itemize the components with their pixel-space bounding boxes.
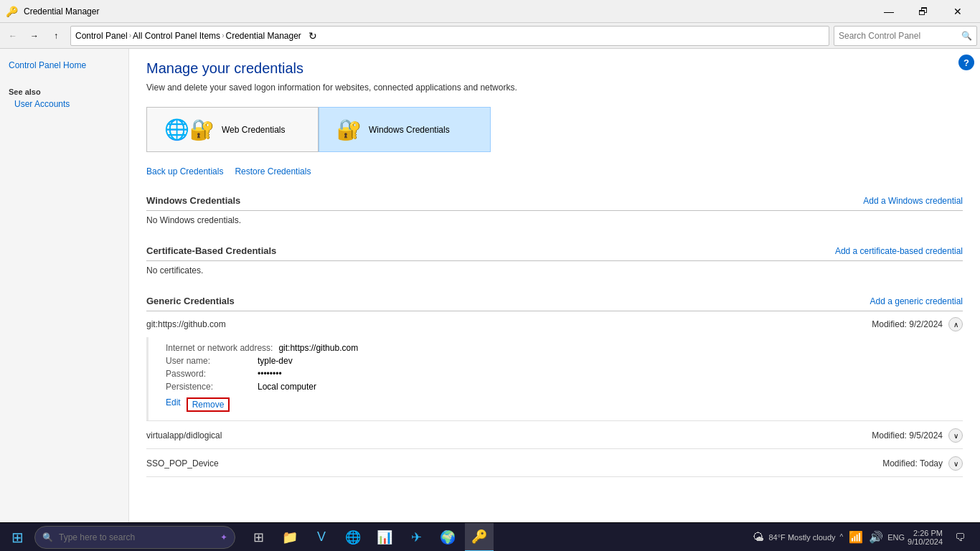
detail-label-internet: Internet or network address: — [166, 343, 273, 353]
language-indicator[interactable]: ENG — [887, 533, 905, 542]
back-button[interactable]: ← — [3, 26, 23, 46]
weather-text: 84°F Mostly cloudy — [768, 533, 835, 542]
add-generic-credential-link[interactable]: Add a generic credential — [870, 296, 963, 306]
restore-credentials-link[interactable]: Restore Credentials — [235, 166, 311, 176]
title-bar-icon: 🔑 — [6, 6, 18, 17]
title-bar-controls: — 🗗 ✕ — [872, 0, 974, 23]
detail-row-persistence: Persistence: Local computer — [166, 382, 951, 392]
task-view-button[interactable]: ⊞ — [244, 523, 273, 552]
volume-icon[interactable]: 🔊 — [867, 529, 885, 545]
file-explorer-button[interactable]: 📁 — [275, 523, 304, 552]
chrome-button[interactable]: 🌐 — [339, 523, 367, 552]
start-button[interactable]: ⊞ — [3, 523, 32, 552]
credential-app-button[interactable]: 🔑 — [465, 523, 494, 552]
credential-item-header-github[interactable]: git:https://github.com Modified: 9/2/202… — [146, 311, 963, 337]
taskbar: ⊞ 🔍 ✦ ⊞ 📁 V 🌐 📊 ✈ 🌍 🔑 🌤 84°F Mostly clou… — [0, 522, 980, 551]
detail-value-username: typle-dev — [258, 356, 293, 366]
detail-label-password: Password: — [166, 369, 252, 379]
user-accounts-link[interactable]: User Accounts — [14, 99, 120, 109]
breadcrumb-sep-1: › — [129, 32, 131, 39]
search-box[interactable]: 🔍 — [834, 26, 977, 46]
certificate-credentials-header: Certificate-Based Credentials Add a cert… — [146, 241, 963, 261]
collapse-button-github[interactable]: ∧ — [948, 317, 963, 331]
credential-type-selector: 🌐🔐 Web Credentials 🔐 Windows Credentials — [146, 107, 963, 152]
breadcrumb-all-items[interactable]: All Control Panel Items — [133, 31, 220, 41]
web-credentials-label: Web Credentials — [222, 125, 286, 135]
control-panel-home-link[interactable]: Control Panel Home — [9, 60, 120, 70]
title-bar: 🔑 Credential Manager — 🗗 ✕ — [0, 0, 980, 23]
help-button[interactable]: ? — [958, 55, 974, 70]
weather-icon[interactable]: 🌤 — [751, 529, 765, 545]
network-icon[interactable]: 📶 — [847, 529, 864, 545]
address-bar[interactable]: Control Panel › All Control Panel Items … — [70, 26, 829, 46]
telegram-button[interactable]: ✈ — [402, 523, 430, 552]
taskbar-search-input[interactable] — [59, 532, 215, 542]
web-credentials-button[interactable]: 🌐🔐 Web Credentials — [146, 107, 319, 152]
forward-button[interactable]: → — [24, 26, 44, 46]
start-icon: ⊞ — [11, 529, 24, 546]
see-also-label: See also — [9, 88, 120, 96]
windows-credentials-header: Windows Credentials Add a Windows creden… — [146, 191, 963, 211]
generic-credentials-header: Generic Credentials Add a generic creden… — [146, 291, 963, 311]
detail-label-persistence: Persistence: — [166, 382, 252, 392]
taskbar-search[interactable]: 🔍 ✦ — [34, 526, 235, 549]
notification-button[interactable]: 🗨 — [946, 523, 974, 552]
time: 2:26 PM — [908, 529, 943, 537]
edge-button[interactable]: 🌍 — [433, 523, 462, 552]
detail-value-password: •••••••• — [258, 369, 282, 379]
windows-credentials-button[interactable]: 🔐 Windows Credentials — [319, 107, 491, 152]
edit-link-github[interactable]: Edit — [166, 397, 181, 412]
certificate-credentials-section: Certificate-Based Credentials Add a cert… — [146, 241, 963, 280]
windows-credentials-empty: No Windows credentials. — [146, 211, 963, 230]
credential-item-header-virtualapp[interactable]: virtualapp/didlogical Modified: 9/5/2024… — [146, 423, 963, 448]
credential-meta-virtualapp: Modified: 9/5/2024 ∨ — [872, 428, 963, 443]
credential-details-github: Internet or network address: git:https:/… — [146, 337, 963, 420]
graph-button[interactable]: 📊 — [370, 523, 399, 552]
chevron-up-icon[interactable]: ^ — [839, 532, 845, 542]
credential-meta-github: Modified: 9/2/2024 ∧ — [872, 317, 963, 331]
clock[interactable]: 2:26 PM 9/10/2024 — [908, 529, 943, 546]
search-input[interactable] — [839, 31, 958, 41]
credential-meta-sso: Modified: Today ∨ — [882, 456, 963, 471]
expand-button-sso[interactable]: ∨ — [948, 456, 963, 471]
detail-value-persistence: Local computer — [258, 382, 316, 392]
detail-row-internet: Internet or network address: git:https:/… — [166, 343, 951, 353]
credential-item-virtualapp: virtualapp/didlogical Modified: 9/5/2024… — [146, 423, 963, 449]
credential-name-virtualapp: virtualapp/didlogical — [146, 430, 222, 441]
search-icon: 🔍 — [961, 31, 972, 41]
certificate-credentials-title: Certificate-Based Credentials — [146, 245, 276, 256]
page-description: View and delete your saved logon informa… — [146, 83, 963, 93]
taskbar-system-tray: 🌤 84°F Mostly cloudy ^ 📶 🔊 ENG 2:26 PM 9… — [751, 523, 977, 552]
add-windows-credential-link[interactable]: Add a Windows credential — [863, 196, 963, 206]
maximize-button[interactable]: 🗗 — [907, 0, 940, 23]
expand-button-virtualapp[interactable]: ∨ — [948, 428, 963, 443]
breadcrumb-sep-2: › — [222, 32, 224, 39]
vscode-button[interactable]: V — [307, 523, 336, 552]
detail-row-username: User name: typle-dev — [166, 356, 951, 366]
sparkle-icon: ✦ — [220, 532, 227, 542]
action-links: Back up Credentials Restore Credentials — [146, 166, 963, 176]
content-area: Manage your credentials View and delete … — [129, 49, 980, 522]
close-button[interactable]: ✕ — [941, 0, 974, 23]
search-taskbar-icon: 🔍 — [42, 532, 53, 542]
credential-item-header-sso[interactable]: SSO_POP_Device Modified: Today ∨ — [146, 451, 963, 476]
backup-credentials-link[interactable]: Back up Credentials — [146, 166, 223, 176]
windows-credentials-title: Windows Credentials — [146, 195, 240, 206]
minimize-button[interactable]: — — [872, 0, 905, 23]
detail-row-password: Password: •••••••• — [166, 369, 951, 379]
add-certificate-credential-link[interactable]: Add a certificate-based credential — [835, 246, 963, 256]
refresh-button[interactable]: ↻ — [304, 27, 321, 45]
credential-actions-github: Edit Remove — [166, 397, 951, 412]
page-title: Manage your credentials — [146, 60, 963, 77]
up-button[interactable]: ↑ — [46, 26, 66, 46]
windows-credentials-section: Windows Credentials Add a Windows creden… — [146, 191, 963, 230]
credential-date-sso: Modified: Today — [882, 458, 943, 468]
remove-button-github[interactable]: Remove — [187, 397, 230, 412]
taskbar-apps: ⊞ 📁 V 🌐 📊 ✈ 🌍 🔑 — [244, 523, 494, 552]
detail-label-username: User name: — [166, 356, 252, 366]
sidebar: Control Panel Home See also User Account… — [0, 49, 129, 522]
credential-item-github: git:https://github.com Modified: 9/2/202… — [146, 311, 963, 421]
credential-date-virtualapp: Modified: 9/5/2024 — [872, 430, 943, 441]
breadcrumb-control-panel[interactable]: Control Panel — [75, 31, 128, 41]
detail-value-internet: git:https://github.com — [278, 343, 358, 353]
